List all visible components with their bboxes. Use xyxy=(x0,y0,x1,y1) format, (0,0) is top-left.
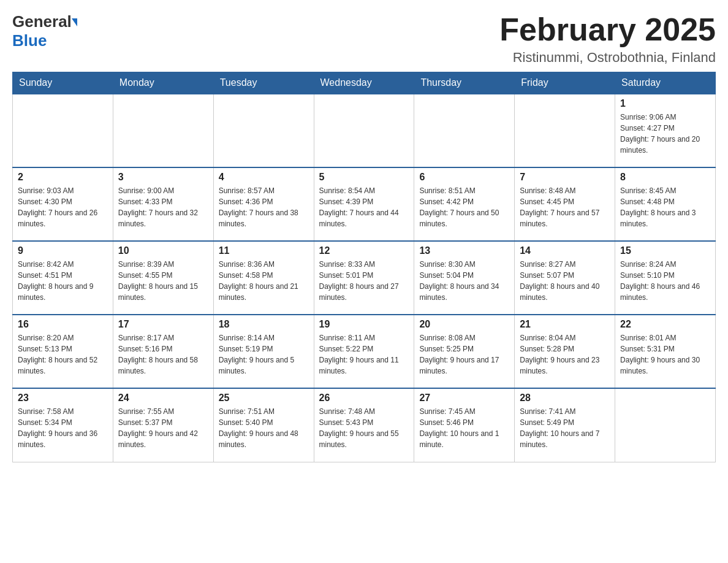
day-info: Sunrise: 8:36 AMSunset: 4:58 PMDaylight:… xyxy=(219,259,309,303)
calendar-cell: 25Sunrise: 7:51 AMSunset: 5:40 PMDayligh… xyxy=(213,388,314,462)
calendar-week-row-4: 16Sunrise: 8:20 AMSunset: 5:13 PMDayligh… xyxy=(13,315,716,388)
day-number: 17 xyxy=(118,319,208,330)
day-number: 26 xyxy=(319,393,409,404)
day-number: 23 xyxy=(18,393,108,404)
col-saturday: Saturday xyxy=(615,72,716,94)
col-thursday: Thursday xyxy=(414,72,515,94)
logo-triangle-icon xyxy=(72,18,77,26)
col-friday: Friday xyxy=(515,72,615,94)
calendar-cell: 5Sunrise: 8:54 AMSunset: 4:39 PMDaylight… xyxy=(314,167,414,241)
day-info: Sunrise: 8:14 AMSunset: 5:19 PMDaylight:… xyxy=(219,332,309,377)
calendar-cell: 21Sunrise: 8:04 AMSunset: 5:28 PMDayligh… xyxy=(515,315,615,388)
calendar-cell: 8Sunrise: 8:45 AMSunset: 4:48 PMDaylight… xyxy=(615,167,716,241)
calendar-cell xyxy=(113,94,213,167)
calendar-cell: 2Sunrise: 9:03 AMSunset: 4:30 PMDaylight… xyxy=(13,167,113,241)
day-number: 24 xyxy=(118,393,208,404)
day-info: Sunrise: 8:04 AMSunset: 5:28 PMDaylight:… xyxy=(520,332,610,377)
day-info: Sunrise: 8:01 AMSunset: 5:31 PMDaylight:… xyxy=(620,332,710,377)
calendar-cell: 15Sunrise: 8:24 AMSunset: 5:10 PMDayligh… xyxy=(615,241,716,315)
calendar-cell xyxy=(314,94,414,167)
calendar-cell: 28Sunrise: 7:41 AMSunset: 5:49 PMDayligh… xyxy=(515,388,615,462)
day-info: Sunrise: 9:03 AMSunset: 4:30 PMDaylight:… xyxy=(18,185,108,229)
month-title: February 2025 xyxy=(499,12,716,47)
day-number: 1 xyxy=(620,98,710,109)
logo: General Blue xyxy=(12,12,77,50)
col-sunday: Sunday xyxy=(13,72,113,94)
calendar-cell: 6Sunrise: 8:51 AMSunset: 4:42 PMDaylight… xyxy=(414,167,515,241)
calendar-week-row-2: 2Sunrise: 9:03 AMSunset: 4:30 PMDaylight… xyxy=(13,167,716,241)
day-info: Sunrise: 8:45 AMSunset: 4:48 PMDaylight:… xyxy=(620,185,710,229)
day-info: Sunrise: 8:51 AMSunset: 4:42 PMDaylight:… xyxy=(419,185,509,229)
calendar-cell: 26Sunrise: 7:48 AMSunset: 5:43 PMDayligh… xyxy=(314,388,414,462)
col-tuesday: Tuesday xyxy=(213,72,314,94)
day-info: Sunrise: 7:55 AMSunset: 5:37 PMDaylight:… xyxy=(118,406,208,450)
calendar-cell: 10Sunrise: 8:39 AMSunset: 4:55 PMDayligh… xyxy=(113,241,213,315)
calendar-table: Sunday Monday Tuesday Wednesday Thursday… xyxy=(12,72,716,462)
day-number: 10 xyxy=(118,245,208,256)
day-number: 25 xyxy=(219,393,309,404)
day-number: 14 xyxy=(520,245,610,256)
day-number: 11 xyxy=(219,245,309,256)
day-number: 13 xyxy=(419,245,509,256)
calendar-cell: 24Sunrise: 7:55 AMSunset: 5:37 PMDayligh… xyxy=(113,388,213,462)
calendar-cell: 13Sunrise: 8:30 AMSunset: 5:04 PMDayligh… xyxy=(414,241,515,315)
calendar-week-row-5: 23Sunrise: 7:58 AMSunset: 5:34 PMDayligh… xyxy=(13,388,716,462)
day-number: 9 xyxy=(18,245,108,256)
day-info: Sunrise: 8:54 AMSunset: 4:39 PMDaylight:… xyxy=(319,185,409,229)
day-info: Sunrise: 9:00 AMSunset: 4:33 PMDaylight:… xyxy=(118,185,208,229)
day-info: Sunrise: 8:11 AMSunset: 5:22 PMDaylight:… xyxy=(319,332,409,377)
calendar-cell: 7Sunrise: 8:48 AMSunset: 4:45 PMDaylight… xyxy=(515,167,615,241)
calendar-cell xyxy=(414,94,515,167)
day-number: 22 xyxy=(620,319,710,330)
day-info: Sunrise: 8:48 AMSunset: 4:45 PMDaylight:… xyxy=(520,185,610,229)
title-section: February 2025 Ristinummi, Ostrobothnia, … xyxy=(499,12,716,66)
day-info: Sunrise: 8:17 AMSunset: 5:16 PMDaylight:… xyxy=(118,332,208,377)
day-info: Sunrise: 7:51 AMSunset: 5:40 PMDaylight:… xyxy=(219,406,309,450)
col-monday: Monday xyxy=(113,72,213,94)
day-info: Sunrise: 8:24 AMSunset: 5:10 PMDaylight:… xyxy=(620,259,710,303)
calendar-cell: 3Sunrise: 9:00 AMSunset: 4:33 PMDaylight… xyxy=(113,167,213,241)
calendar-week-row-3: 9Sunrise: 8:42 AMSunset: 4:51 PMDaylight… xyxy=(13,241,716,315)
day-number: 3 xyxy=(118,172,208,183)
day-info: Sunrise: 8:33 AMSunset: 5:01 PMDaylight:… xyxy=(319,259,409,303)
calendar-cell xyxy=(615,388,716,462)
calendar-cell: 18Sunrise: 8:14 AMSunset: 5:19 PMDayligh… xyxy=(213,315,314,388)
day-number: 6 xyxy=(419,172,509,183)
day-info: Sunrise: 9:06 AMSunset: 4:27 PMDaylight:… xyxy=(620,112,710,156)
location: Ristinummi, Ostrobothnia, Finland xyxy=(499,50,716,66)
day-number: 16 xyxy=(18,319,108,330)
day-info: Sunrise: 7:48 AMSunset: 5:43 PMDaylight:… xyxy=(319,406,409,450)
day-info: Sunrise: 8:42 AMSunset: 4:51 PMDaylight:… xyxy=(18,259,108,303)
day-number: 4 xyxy=(219,172,309,183)
day-number: 7 xyxy=(520,172,610,183)
day-info: Sunrise: 7:41 AMSunset: 5:49 PMDaylight:… xyxy=(520,406,610,450)
calendar-cell: 14Sunrise: 8:27 AMSunset: 5:07 PMDayligh… xyxy=(515,241,615,315)
day-number: 12 xyxy=(319,245,409,256)
calendar-cell: 23Sunrise: 7:58 AMSunset: 5:34 PMDayligh… xyxy=(13,388,113,462)
day-info: Sunrise: 7:58 AMSunset: 5:34 PMDaylight:… xyxy=(18,406,108,450)
day-number: 27 xyxy=(419,393,509,404)
calendar-header-row: Sunday Monday Tuesday Wednesday Thursday… xyxy=(13,72,716,94)
day-info: Sunrise: 8:30 AMSunset: 5:04 PMDaylight:… xyxy=(419,259,509,303)
calendar-cell: 17Sunrise: 8:17 AMSunset: 5:16 PMDayligh… xyxy=(113,315,213,388)
day-number: 15 xyxy=(620,245,710,256)
calendar-cell xyxy=(213,94,314,167)
calendar-cell: 19Sunrise: 8:11 AMSunset: 5:22 PMDayligh… xyxy=(314,315,414,388)
calendar-week-row-1: 1Sunrise: 9:06 AMSunset: 4:27 PMDaylight… xyxy=(13,94,716,167)
calendar-cell: 20Sunrise: 8:08 AMSunset: 5:25 PMDayligh… xyxy=(414,315,515,388)
day-number: 28 xyxy=(520,393,610,404)
day-number: 18 xyxy=(219,319,309,330)
day-number: 2 xyxy=(18,172,108,183)
day-info: Sunrise: 8:27 AMSunset: 5:07 PMDaylight:… xyxy=(520,259,610,303)
header: General Blue February 2025 Ristinummi, O… xyxy=(12,12,716,66)
calendar-cell: 27Sunrise: 7:45 AMSunset: 5:46 PMDayligh… xyxy=(414,388,515,462)
day-info: Sunrise: 8:08 AMSunset: 5:25 PMDaylight:… xyxy=(419,332,509,377)
day-info: Sunrise: 8:20 AMSunset: 5:13 PMDaylight:… xyxy=(18,332,108,377)
calendar-cell xyxy=(13,94,113,167)
logo-general-text: General xyxy=(12,12,72,31)
calendar-cell: 1Sunrise: 9:06 AMSunset: 4:27 PMDaylight… xyxy=(615,94,716,167)
calendar-cell: 9Sunrise: 8:42 AMSunset: 4:51 PMDaylight… xyxy=(13,241,113,315)
calendar-cell: 16Sunrise: 8:20 AMSunset: 5:13 PMDayligh… xyxy=(13,315,113,388)
calendar-cell: 12Sunrise: 8:33 AMSunset: 5:01 PMDayligh… xyxy=(314,241,414,315)
calendar-cell: 4Sunrise: 8:57 AMSunset: 4:36 PMDaylight… xyxy=(213,167,314,241)
